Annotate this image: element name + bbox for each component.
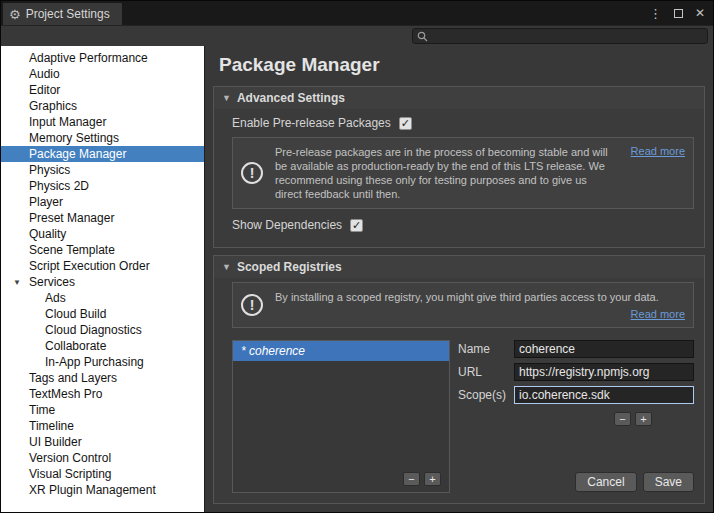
remove-scope-button[interactable]: − [614, 412, 631, 426]
window-controls: ⋮ ✕ [649, 1, 705, 25]
sidebar-item-tags-and-layers[interactable]: Tags and Layers [1, 370, 204, 386]
toolbar [1, 25, 713, 46]
remove-registry-button[interactable]: − [403, 472, 420, 486]
sidebar-item-memory-settings[interactable]: Memory Settings [1, 130, 204, 146]
sidebar-item-audio[interactable]: Audio [1, 66, 204, 82]
url-input[interactable] [514, 363, 694, 381]
package-manager-panel: Package Manager ▼ Advanced Settings Enab… [205, 46, 713, 512]
url-label: URL [458, 365, 514, 379]
sidebar-item-preset-manager[interactable]: Preset Manager [1, 210, 204, 226]
sidebar-item-editor[interactable]: Editor [1, 82, 204, 98]
registry-form-footer: Cancel Save [458, 472, 694, 493]
settings-sidebar: Adaptive Performance Audio Editor Graphi… [1, 46, 205, 512]
cancel-button[interactable]: Cancel [575, 472, 636, 492]
scoped-info-box: ! By installing a scoped registry, you m… [232, 282, 694, 328]
sidebar-item-collaborate[interactable]: Collaborate [1, 338, 204, 354]
prerelease-checkbox[interactable]: ✓ [399, 117, 412, 130]
advanced-settings-body: Enable Pre-release Packages ✓ ! Pre-rele… [214, 109, 704, 247]
info-icon: ! [241, 162, 263, 184]
scoped-info-text: By installing a scoped registry, you mig… [275, 290, 685, 304]
sidebar-item-version-control[interactable]: Version Control [1, 450, 204, 466]
scoped-registries-header[interactable]: ▼ Scoped Registries [214, 256, 704, 278]
section-header-label: Advanced Settings [237, 91, 345, 105]
sidebar-item-physics-2d[interactable]: Physics 2D [1, 178, 204, 194]
sidebar-item-graphics[interactable]: Graphics [1, 98, 204, 114]
sidebar-item-label: Services [29, 275, 75, 289]
scoped-info-col: By installing a scoped registry, you mig… [275, 290, 685, 320]
foldout-icon[interactable]: ▼ [222, 93, 231, 103]
add-registry-button[interactable]: + [424, 472, 441, 486]
close-icon[interactable]: ✕ [695, 6, 705, 20]
registry-area: * coherence − + Name [232, 340, 694, 493]
dependencies-checkbox[interactable]: ✓ [350, 219, 363, 232]
sidebar-item-xr-plugin-management[interactable]: XR Plugin Management [1, 482, 204, 498]
name-input[interactable] [514, 340, 694, 358]
section-header-label: Scoped Registries [237, 260, 342, 274]
sidebar-item-physics[interactable]: Physics [1, 162, 204, 178]
prerelease-label: Enable Pre-release Packages [232, 116, 391, 130]
prerelease-info-box: ! Pre-release packages are in the proces… [232, 137, 694, 209]
foldout-icon[interactable]: ▼ [222, 262, 231, 272]
search-input[interactable] [432, 29, 703, 43]
sidebar-item-visual-scripting[interactable]: Visual Scripting [1, 466, 204, 482]
search-box[interactable] [412, 28, 708, 44]
sidebar-item-package-manager[interactable]: Package Manager [1, 146, 204, 162]
gear-icon: ⚙ [9, 8, 21, 21]
scoped-registries-body: ! By installing a scoped registry, you m… [214, 278, 704, 503]
sidebar-item-services[interactable]: ▼Services [1, 274, 204, 290]
name-label: Name [458, 342, 514, 356]
dependencies-label: Show Dependencies [232, 218, 342, 232]
read-more-link[interactable]: Read more [631, 308, 685, 320]
registry-list-buttons: − + [233, 468, 449, 492]
content-area: Adaptive Performance Audio Editor Graphi… [1, 46, 713, 512]
sidebar-item-textmesh-pro[interactable]: TextMesh Pro [1, 386, 204, 402]
prerelease-row: Enable Pre-release Packages ✓ [232, 111, 694, 135]
sidebar-item-cloud-diagnostics[interactable]: Cloud Diagnostics [1, 322, 204, 338]
sidebar-item-cloud-build[interactable]: Cloud Build [1, 306, 204, 322]
info-icon: ! [241, 294, 263, 316]
read-more-link[interactable]: Read more [631, 145, 685, 157]
advanced-settings-section: ▼ Advanced Settings Enable Pre-release P… [213, 86, 705, 248]
registry-list-item-coherence[interactable]: * coherence [233, 341, 449, 361]
registry-list: * coherence − + [232, 340, 450, 493]
sidebar-item-input-manager[interactable]: Input Manager [1, 114, 204, 130]
scope-buttons: − + [458, 412, 652, 426]
page-title: Package Manager [219, 54, 705, 76]
dependencies-row: Show Dependencies ✓ [232, 213, 694, 237]
sidebar-item-timeline[interactable]: Timeline [1, 418, 204, 434]
sidebar-item-adaptive-performance[interactable]: Adaptive Performance [1, 50, 204, 66]
sidebar-item-ui-builder[interactable]: UI Builder [1, 434, 204, 450]
prerelease-info-text: Pre-release packages are in the process … [275, 145, 617, 201]
scopes-input[interactable] [514, 386, 694, 404]
kebab-menu-icon[interactable]: ⋮ [649, 6, 662, 21]
sidebar-item-ads[interactable]: Ads [1, 290, 204, 306]
sidebar-item-script-execution-order[interactable]: Script Execution Order [1, 258, 204, 274]
save-button[interactable]: Save [643, 472, 694, 492]
project-settings-window: ⚙ Project Settings ⋮ ✕ Adaptive Performa… [0, 0, 714, 513]
scopes-row: Scope(s) [458, 386, 694, 404]
scopes-label: Scope(s) [458, 388, 514, 402]
sidebar-item-scene-template[interactable]: Scene Template [1, 242, 204, 258]
sidebar-item-quality[interactable]: Quality [1, 226, 204, 242]
sidebar-item-player[interactable]: Player [1, 194, 204, 210]
maximize-icon[interactable] [674, 9, 683, 18]
scoped-registries-section: ▼ Scoped Registries ! By installing a sc… [213, 255, 705, 504]
sidebar-item-in-app-purchasing[interactable]: In-App Purchasing [1, 354, 204, 370]
add-scope-button[interactable]: + [635, 412, 652, 426]
url-row: URL [458, 363, 694, 381]
sidebar-item-time[interactable]: Time [1, 402, 204, 418]
advanced-settings-header[interactable]: ▼ Advanced Settings [214, 87, 704, 109]
tab-project-settings[interactable]: ⚙ Project Settings [3, 3, 122, 25]
titlebar: ⚙ Project Settings ⋮ ✕ [1, 1, 713, 25]
search-icon [417, 31, 428, 42]
registry-form: Name URL Scope(s) [458, 340, 694, 493]
foldout-arrow-icon[interactable]: ▼ [13, 275, 29, 291]
tab-title: Project Settings [26, 7, 110, 21]
name-row: Name [458, 340, 694, 358]
